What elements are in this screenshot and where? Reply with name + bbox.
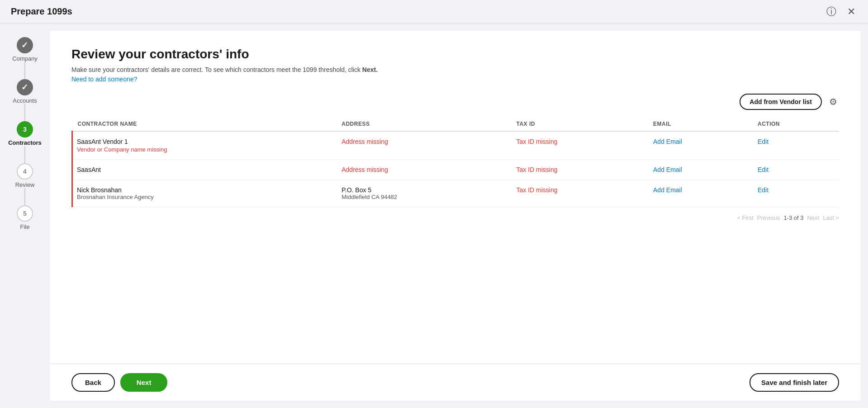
row3-name: Nick Brosnahan Brosnahan Insurance Agenc… bbox=[72, 180, 337, 207]
col-header-email: EMAIL bbox=[648, 117, 752, 131]
pagination-range: 1-3 of 3 bbox=[783, 214, 803, 221]
row2-name: SaasAnt bbox=[72, 160, 337, 180]
row3-action: Edit bbox=[752, 180, 839, 207]
step-connector-4 bbox=[24, 188, 25, 205]
table-row: SaasAnt Address missing Tax ID missing A… bbox=[72, 160, 840, 180]
need-to-add-link[interactable]: Need to add someone? bbox=[71, 76, 138, 83]
step-file: 5 File bbox=[17, 205, 33, 230]
close-button[interactable]: ✕ bbox=[845, 4, 857, 19]
col-header-action: ACTION bbox=[752, 117, 839, 131]
col-header-taxid: TAX ID bbox=[511, 117, 648, 131]
step-accounts-label: Accounts bbox=[13, 97, 37, 104]
footer-left: Back Next bbox=[71, 373, 167, 392]
table-header-row: Add from Vendor list ⚙ bbox=[71, 94, 839, 110]
next-button[interactable]: Next bbox=[120, 373, 168, 392]
pagination: < First Previous 1-3 of 3 Next Last > bbox=[71, 214, 839, 221]
row1-taxid: Tax ID missing bbox=[511, 131, 648, 160]
step-file-circle: 5 bbox=[17, 205, 33, 222]
col-header-address: ADDRESS bbox=[336, 117, 511, 131]
row1-email: Add Email bbox=[648, 131, 752, 160]
main-layout: ✓ Company ✓ Accounts 3 Contractors 4 Rev… bbox=[0, 24, 868, 408]
contractors-table: CONTRACTOR NAME ADDRESS TAX ID EMAIL ACT… bbox=[71, 117, 839, 207]
top-bar-icons: ⓘ ✕ bbox=[825, 3, 857, 20]
step-review-label: Review bbox=[15, 181, 35, 188]
col-header-name: CONTRACTOR NAME bbox=[72, 117, 337, 131]
row2-action: Edit bbox=[752, 160, 839, 180]
step-connector-1 bbox=[24, 62, 25, 79]
row2-email: Add Email bbox=[648, 160, 752, 180]
top-bar: Prepare 1099s ⓘ ✕ bbox=[0, 0, 868, 24]
row3-email: Add Email bbox=[648, 180, 752, 207]
save-finish-later-button[interactable]: Save and finish later bbox=[749, 373, 839, 392]
pagination-previous: Previous bbox=[757, 214, 780, 221]
step-review-circle: 4 bbox=[17, 163, 33, 180]
step-review: 4 Review bbox=[15, 163, 35, 188]
row3-taxid: Tax ID missing bbox=[511, 180, 648, 207]
table-row: SaasAnt Vendor 1 Vendor or Company name … bbox=[72, 131, 840, 160]
table-row: Nick Brosnahan Brosnahan Insurance Agenc… bbox=[72, 180, 840, 207]
step-company-circle: ✓ bbox=[17, 37, 33, 53]
step-file-label: File bbox=[20, 223, 30, 230]
row3-address: P.O. Box 5 Middlefield CA 94482 bbox=[336, 180, 511, 207]
row1-action: Edit bbox=[752, 131, 839, 160]
step-contractors-circle: 3 bbox=[17, 121, 33, 138]
step-contractors: 3 Contractors bbox=[8, 121, 42, 146]
row2-taxid: Tax ID missing bbox=[511, 160, 648, 180]
step-connector-2 bbox=[24, 104, 25, 121]
pagination-last: Last > bbox=[823, 214, 839, 221]
step-company-label: Company bbox=[12, 55, 38, 62]
table-header-row-cols: CONTRACTOR NAME ADDRESS TAX ID EMAIL ACT… bbox=[72, 117, 840, 131]
content-footer: Back Next Save and finish later bbox=[50, 364, 861, 401]
step-accounts: ✓ Accounts bbox=[13, 79, 37, 104]
app-title: Prepare 1099s bbox=[11, 6, 72, 17]
row1-address: Address missing bbox=[336, 131, 511, 160]
pagination-next: Next bbox=[807, 214, 819, 221]
page-title: Review your contractors' info bbox=[71, 47, 839, 62]
help-button[interactable]: ⓘ bbox=[825, 3, 838, 20]
step-company: ✓ Company bbox=[12, 37, 38, 62]
step-connector-3 bbox=[24, 146, 25, 163]
stepper: ✓ Company ✓ Accounts 3 Contractors 4 Rev… bbox=[0, 24, 50, 408]
back-button[interactable]: Back bbox=[71, 373, 115, 392]
page-subtitle: Make sure your contractors' details are … bbox=[71, 66, 839, 73]
row2-address: Address missing bbox=[336, 160, 511, 180]
row1-name: SaasAnt Vendor 1 Vendor or Company name … bbox=[72, 131, 337, 160]
gear-settings-button[interactable]: ⚙ bbox=[827, 95, 839, 109]
content-area: Review your contractors' info Make sure … bbox=[50, 31, 861, 401]
pagination-first: < First bbox=[737, 214, 753, 221]
step-contractors-label: Contractors bbox=[8, 139, 42, 146]
add-vendor-button[interactable]: Add from Vendor list bbox=[740, 94, 822, 110]
step-accounts-circle: ✓ bbox=[17, 79, 33, 95]
content-inner: Review your contractors' info Make sure … bbox=[50, 31, 861, 364]
